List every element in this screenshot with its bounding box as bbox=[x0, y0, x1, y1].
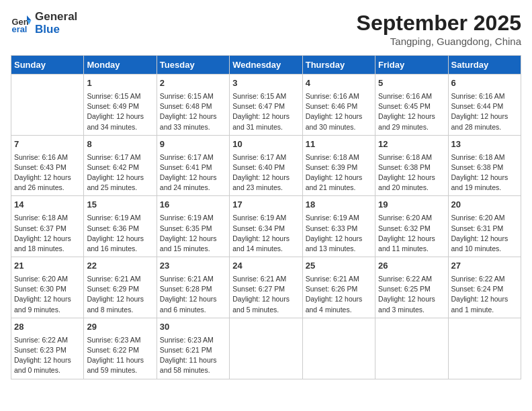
cell-info: Sunrise: 6:17 AM Sunset: 6:42 PM Dayligh… bbox=[87, 152, 153, 193]
calendar-cell: 11Sunrise: 6:18 AM Sunset: 6:39 PM Dayli… bbox=[302, 135, 375, 196]
calendar-cell: 4Sunrise: 6:16 AM Sunset: 6:46 PM Daylig… bbox=[302, 75, 375, 136]
cell-info: Sunrise: 6:21 AM Sunset: 6:26 PM Dayligh… bbox=[306, 274, 372, 315]
day-number: 22 bbox=[87, 260, 153, 273]
day-number: 28 bbox=[14, 321, 81, 334]
cell-info: Sunrise: 6:16 AM Sunset: 6:46 PM Dayligh… bbox=[306, 91, 372, 132]
cell-info: Sunrise: 6:17 AM Sunset: 6:40 PM Dayligh… bbox=[232, 152, 299, 193]
day-number: 26 bbox=[378, 260, 445, 273]
calendar-cell bbox=[375, 318, 448, 379]
cell-info: Sunrise: 6:23 AM Sunset: 6:22 PM Dayligh… bbox=[87, 335, 153, 376]
month-title: September 2025 bbox=[357, 11, 521, 36]
day-number: 24 bbox=[232, 260, 299, 273]
calendar-cell: 26Sunrise: 6:22 AM Sunset: 6:25 PM Dayli… bbox=[375, 257, 448, 318]
day-number: 12 bbox=[378, 138, 445, 151]
cell-info: Sunrise: 6:15 AM Sunset: 6:48 PM Dayligh… bbox=[160, 91, 226, 132]
calendar-cell: 1Sunrise: 6:15 AM Sunset: 6:49 PM Daylig… bbox=[84, 75, 157, 136]
cell-info: Sunrise: 6:18 AM Sunset: 6:37 PM Dayligh… bbox=[14, 213, 81, 254]
day-number: 23 bbox=[160, 260, 226, 273]
dow-header-sunday: Sunday bbox=[11, 56, 84, 75]
day-number: 3 bbox=[232, 77, 299, 90]
cell-info: Sunrise: 6:18 AM Sunset: 6:38 PM Dayligh… bbox=[378, 152, 445, 193]
calendar-cell bbox=[11, 75, 84, 136]
dow-header-wednesday: Wednesday bbox=[230, 56, 302, 75]
calendar-cell: 8Sunrise: 6:17 AM Sunset: 6:42 PM Daylig… bbox=[84, 135, 157, 196]
logo-icon: Gen eral bbox=[11, 13, 32, 34]
logo: Gen eral General Blue bbox=[11, 11, 77, 36]
day-number: 19 bbox=[378, 199, 445, 212]
cell-info: Sunrise: 6:17 AM Sunset: 6:41 PM Dayligh… bbox=[160, 152, 226, 193]
calendar-cell: 14Sunrise: 6:18 AM Sunset: 6:37 PM Dayli… bbox=[11, 196, 84, 257]
calendar-table: SundayMondayTuesdayWednesdayThursdayFrid… bbox=[11, 55, 521, 379]
calendar-cell: 20Sunrise: 6:20 AM Sunset: 6:31 PM Dayli… bbox=[448, 196, 521, 257]
day-number: 2 bbox=[160, 77, 226, 90]
calendar-cell: 25Sunrise: 6:21 AM Sunset: 6:26 PM Dayli… bbox=[302, 257, 375, 318]
day-number: 18 bbox=[306, 199, 372, 212]
cell-info: Sunrise: 6:20 AM Sunset: 6:31 PM Dayligh… bbox=[451, 213, 518, 254]
page-header: Gen eral General Blue September 2025 Tan… bbox=[11, 11, 521, 47]
calendar-cell: 23Sunrise: 6:21 AM Sunset: 6:28 PM Dayli… bbox=[157, 257, 229, 318]
cell-info: Sunrise: 6:21 AM Sunset: 6:28 PM Dayligh… bbox=[160, 274, 226, 315]
day-number: 29 bbox=[87, 321, 153, 334]
title-block: September 2025 Tangping, Guangdong, Chin… bbox=[357, 11, 521, 47]
dow-header-thursday: Thursday bbox=[302, 56, 375, 75]
calendar-cell: 18Sunrise: 6:19 AM Sunset: 6:33 PM Dayli… bbox=[302, 196, 375, 257]
calendar-cell: 21Sunrise: 6:20 AM Sunset: 6:30 PM Dayli… bbox=[11, 257, 84, 318]
day-number: 15 bbox=[87, 199, 153, 212]
cell-info: Sunrise: 6:22 AM Sunset: 6:25 PM Dayligh… bbox=[378, 274, 445, 315]
cell-info: Sunrise: 6:16 AM Sunset: 6:45 PM Dayligh… bbox=[378, 91, 445, 132]
calendar-cell: 7Sunrise: 6:16 AM Sunset: 6:43 PM Daylig… bbox=[11, 135, 84, 196]
day-number: 27 bbox=[451, 260, 518, 273]
calendar-cell: 17Sunrise: 6:19 AM Sunset: 6:34 PM Dayli… bbox=[230, 196, 302, 257]
location-subtitle: Tangping, Guangdong, China bbox=[357, 36, 521, 47]
cell-info: Sunrise: 6:19 AM Sunset: 6:34 PM Dayligh… bbox=[232, 213, 299, 254]
day-number: 16 bbox=[160, 199, 226, 212]
day-number: 4 bbox=[306, 77, 372, 90]
logo-text-line2: Blue bbox=[35, 24, 77, 36]
cell-info: Sunrise: 6:18 AM Sunset: 6:38 PM Dayligh… bbox=[451, 152, 518, 193]
day-number: 5 bbox=[378, 77, 445, 90]
svg-marker-2 bbox=[27, 15, 31, 20]
day-number: 10 bbox=[232, 138, 299, 151]
cell-info: Sunrise: 6:20 AM Sunset: 6:30 PM Dayligh… bbox=[14, 274, 81, 315]
day-number: 20 bbox=[451, 199, 518, 212]
day-number: 9 bbox=[160, 138, 226, 151]
calendar-cell: 28Sunrise: 6:22 AM Sunset: 6:23 PM Dayli… bbox=[11, 318, 84, 379]
cell-info: Sunrise: 6:18 AM Sunset: 6:39 PM Dayligh… bbox=[306, 152, 372, 193]
calendar-cell: 10Sunrise: 6:17 AM Sunset: 6:40 PM Dayli… bbox=[230, 135, 302, 196]
dow-header-friday: Friday bbox=[375, 56, 448, 75]
calendar-cell: 13Sunrise: 6:18 AM Sunset: 6:38 PM Dayli… bbox=[448, 135, 521, 196]
calendar-cell: 29Sunrise: 6:23 AM Sunset: 6:22 PM Dayli… bbox=[84, 318, 157, 379]
calendar-cell: 5Sunrise: 6:16 AM Sunset: 6:45 PM Daylig… bbox=[375, 75, 448, 136]
cell-info: Sunrise: 6:19 AM Sunset: 6:35 PM Dayligh… bbox=[160, 213, 226, 254]
svg-text:eral: eral bbox=[12, 24, 28, 34]
cell-info: Sunrise: 6:16 AM Sunset: 6:44 PM Dayligh… bbox=[451, 91, 518, 132]
calendar-cell: 19Sunrise: 6:20 AM Sunset: 6:32 PM Dayli… bbox=[375, 196, 448, 257]
day-number: 17 bbox=[232, 199, 299, 212]
cell-info: Sunrise: 6:19 AM Sunset: 6:36 PM Dayligh… bbox=[87, 213, 153, 254]
calendar-cell: 6Sunrise: 6:16 AM Sunset: 6:44 PM Daylig… bbox=[448, 75, 521, 136]
calendar-cell: 2Sunrise: 6:15 AM Sunset: 6:48 PM Daylig… bbox=[157, 75, 229, 136]
calendar-cell bbox=[448, 318, 521, 379]
calendar-cell: 24Sunrise: 6:21 AM Sunset: 6:27 PM Dayli… bbox=[230, 257, 302, 318]
calendar-cell: 12Sunrise: 6:18 AM Sunset: 6:38 PM Dayli… bbox=[375, 135, 448, 196]
cell-info: Sunrise: 6:15 AM Sunset: 6:49 PM Dayligh… bbox=[87, 91, 153, 132]
cell-info: Sunrise: 6:22 AM Sunset: 6:23 PM Dayligh… bbox=[14, 335, 81, 376]
cell-info: Sunrise: 6:21 AM Sunset: 6:29 PM Dayligh… bbox=[87, 274, 153, 315]
calendar-cell: 16Sunrise: 6:19 AM Sunset: 6:35 PM Dayli… bbox=[157, 196, 229, 257]
calendar-cell bbox=[302, 318, 375, 379]
day-number: 14 bbox=[14, 199, 81, 212]
calendar-cell bbox=[230, 318, 302, 379]
calendar-cell: 22Sunrise: 6:21 AM Sunset: 6:29 PM Dayli… bbox=[84, 257, 157, 318]
logo-text-line1: General bbox=[35, 11, 77, 24]
calendar-cell: 9Sunrise: 6:17 AM Sunset: 6:41 PM Daylig… bbox=[157, 135, 229, 196]
day-number: 25 bbox=[306, 260, 372, 273]
cell-info: Sunrise: 6:23 AM Sunset: 6:21 PM Dayligh… bbox=[160, 335, 226, 376]
cell-info: Sunrise: 6:21 AM Sunset: 6:27 PM Dayligh… bbox=[232, 274, 299, 315]
dow-header-saturday: Saturday bbox=[448, 56, 521, 75]
day-number: 1 bbox=[87, 77, 153, 90]
dow-header-monday: Monday bbox=[84, 56, 157, 75]
day-number: 13 bbox=[451, 138, 518, 151]
cell-info: Sunrise: 6:20 AM Sunset: 6:32 PM Dayligh… bbox=[378, 213, 445, 254]
calendar-cell: 30Sunrise: 6:23 AM Sunset: 6:21 PM Dayli… bbox=[157, 318, 229, 379]
day-number: 11 bbox=[306, 138, 372, 151]
